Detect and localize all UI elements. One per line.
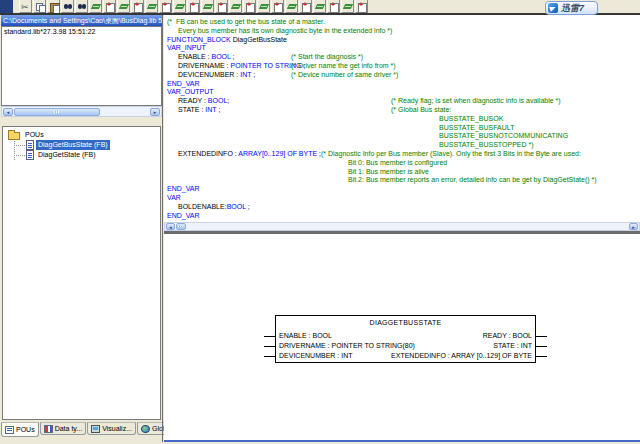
- input-assistant-icon[interactable]: [201, 0, 214, 13]
- code-line[interactable]: FUNCTION_BLOCK DiagGetBusState: [164, 35, 640, 44]
- code-segment: ;: [251, 71, 255, 78]
- code-segment: DEVICENUMBER :: [178, 71, 240, 78]
- code-text: EXTENDEDINFO : ARRAY[0..129] OF BYTE ;: [178, 149, 321, 158]
- declaration-icon[interactable]: [159, 0, 172, 13]
- declaration-icon[interactable]: [187, 0, 200, 13]
- find-icon[interactable]: [61, 0, 74, 13]
- copy-icon[interactable]: [33, 0, 46, 13]
- paste-icon[interactable]: [47, 0, 60, 13]
- library-file-list[interactable]: standard.lib*27.3.98 15:51:22: [1, 26, 162, 106]
- input-assistant-icon[interactable]: [257, 0, 270, 13]
- code-line[interactable]: DRIVERNAME : POINTER TO STRING ;(* Drive…: [164, 61, 640, 70]
- cut-icon[interactable]: [19, 0, 32, 13]
- graphic-editor[interactable]: DIAGGETBUSSTATE ENABLE : BOOLDRIVERNAME …: [164, 234, 640, 440]
- code-line[interactable]: BUSSTATE_BUSNOTCOMMUNICATING: [164, 131, 640, 140]
- library-file-item[interactable]: standard.lib*27.3.98 15:51:22: [2, 27, 161, 36]
- keyword-segment: FUNCTION_BLOCK: [167, 36, 231, 43]
- tab-dataty[interactable]: Data ty...: [40, 422, 87, 435]
- input-assistant-icon[interactable]: [341, 0, 354, 13]
- code-line[interactable]: Every bus member has its own diagnostic …: [164, 26, 640, 35]
- tree-item-row[interactable]: DiagGetState (FB): [36, 150, 98, 160]
- scroll-left-button[interactable]: ◂: [3, 108, 13, 116]
- code-line[interactable]: Bit 0: Bus member is configured: [164, 158, 640, 167]
- window-fragment-icon[interactable]: [0, 0, 13, 13]
- fb-output-label: STATE : INT: [493, 342, 532, 350]
- comment-text: BUSSTATE_BUSOK: [439, 114, 503, 123]
- declaration-editor[interactable]: (* FB can be used to get the bus state o…: [164, 15, 640, 222]
- declaration-icon[interactable]: [271, 0, 284, 13]
- code-line[interactable]: BUSSTATE_BUSOK: [164, 114, 640, 123]
- code-text: Every bus member has its own diagnostic …: [178, 26, 392, 35]
- code-line[interactable]: BUSSTATE_BUSSTOPPED *): [164, 140, 640, 149]
- comment-text: (* Diagnostic Info per Bus member (Slave…: [321, 149, 581, 158]
- comment-text: (* Global Bus state:: [391, 105, 451, 114]
- scroll-right-button[interactable]: ▸: [150, 108, 160, 116]
- code-line[interactable]: ENABLE : BOOL ;(* Start the diagnosis *): [164, 52, 640, 61]
- library-list-hscrollbar[interactable]: ◂ ▸: [1, 106, 162, 117]
- tab-label: Visualiz...: [102, 425, 132, 432]
- code-segment: BOLDENABLE:: [178, 203, 227, 210]
- tree-root-label: POUs: [23, 130, 46, 140]
- code-line[interactable]: VAR_INPUT: [164, 43, 640, 52]
- declaration-icon[interactable]: [243, 0, 256, 13]
- code-line[interactable]: BUSSTATE_BUSFAULT: [164, 123, 640, 132]
- input-assistant-icon[interactable]: [89, 0, 102, 13]
- code-line[interactable]: Bit 2: Bus member reports an error, deta…: [164, 175, 640, 184]
- comment-text: Bit 2: Bus member reports an error, deta…: [348, 175, 597, 184]
- scroll-thumb[interactable]: [176, 223, 186, 230]
- declaration-icon[interactable]: [103, 0, 116, 13]
- input-assistant-icon[interactable]: [173, 0, 186, 13]
- find-next-icon[interactable]: [75, 0, 88, 13]
- code-line[interactable]: END_VAR: [164, 211, 640, 220]
- library-manager-caption[interactable]: C:\Documents and Settings\Cao\桌面\BusDiag…: [1, 15, 162, 26]
- input-assistant-icon[interactable]: [313, 0, 326, 13]
- tree-root-row[interactable]: POUs: [23, 130, 46, 140]
- input-assistant-icon[interactable]: [285, 0, 298, 13]
- input-assistant-icon[interactable]: [145, 0, 158, 13]
- declaration-icon[interactable]: [327, 0, 340, 13]
- keyword-segment: BOOL: [227, 203, 246, 210]
- code-segment: ENABLE :: [178, 53, 211, 60]
- code-line[interactable]: VAR_OUTPUT: [164, 87, 640, 96]
- code-line[interactable]: READY : BOOL;(* Ready flag; is set when …: [164, 96, 640, 105]
- fb-input-label: DEVICENUMBER : INT: [279, 352, 353, 360]
- tab-visualiz[interactable]: Visualiz...: [87, 422, 136, 435]
- declaration-icon[interactable]: [215, 0, 228, 13]
- xunlei-label: 迅雷7: [561, 2, 584, 15]
- folder-icon: [8, 132, 20, 140]
- comment-text: (* Ready flag; is set when diagnostic in…: [391, 96, 561, 105]
- function-block[interactable]: DIAGGETBUSSTATE ENABLE : BOOLDRIVERNAME …: [275, 315, 536, 363]
- code-line[interactable]: VAR: [164, 193, 640, 202]
- tree-item-row[interactable]: DiagGetBusState (FB): [36, 140, 110, 150]
- keyword-segment: END_VAR: [167, 80, 200, 87]
- input-assistant-icon[interactable]: [117, 0, 130, 13]
- code-line[interactable]: END_VAR: [164, 184, 640, 193]
- main-toolbar: [0, 0, 640, 13]
- declaration-icon[interactable]: [355, 0, 368, 13]
- code-line[interactable]: BOLDENABLE:BOOL ;: [164, 202, 640, 211]
- pou-tree-panel[interactable]: POUs DiagGetBusState (FB)DiagGetState (F…: [2, 126, 161, 420]
- code-line[interactable]: STATE : INT ;(* Global Bus state:: [164, 105, 640, 114]
- code-line[interactable]: DEVICENUMBER : INT ;(* Device number of …: [164, 70, 640, 79]
- scroll-thumb[interactable]: [14, 108, 100, 116]
- scroll-left-button[interactable]: ◂: [166, 223, 175, 230]
- code-line[interactable]: (* FB can be used to get the bus state o…: [164, 17, 640, 26]
- tab-pous[interactable]: POUs: [1, 422, 39, 437]
- declaration-icon[interactable]: [299, 0, 312, 13]
- scroll-right-button[interactable]: ▸: [629, 223, 638, 230]
- comment-text: (* Device number of same driver *): [291, 70, 398, 79]
- keyword-segment: BOOL: [208, 97, 227, 104]
- window-bottom-border: [164, 440, 640, 442]
- code-segment: DiagGetBusState: [231, 36, 287, 43]
- declaration-hscrollbar[interactable]: ◂ ▸: [164, 222, 640, 231]
- fb-output-pin: [536, 336, 547, 337]
- tree-connector: [14, 155, 25, 156]
- code-line[interactable]: END_VAR: [164, 79, 640, 88]
- code-text: VAR_INPUT: [167, 43, 206, 52]
- xunlei-overlay-chip[interactable]: 迅雷7: [545, 1, 598, 15]
- code-text: (* FB can be used to get the bus state o…: [167, 17, 325, 26]
- code-line[interactable]: EXTENDEDINFO : ARRAY[0..129] OF BYTE ;(*…: [164, 149, 640, 158]
- code-line[interactable]: Bit 1: Bus member is alive: [164, 167, 640, 176]
- input-assistant-icon[interactable]: [229, 0, 242, 13]
- declaration-icon[interactable]: [131, 0, 144, 13]
